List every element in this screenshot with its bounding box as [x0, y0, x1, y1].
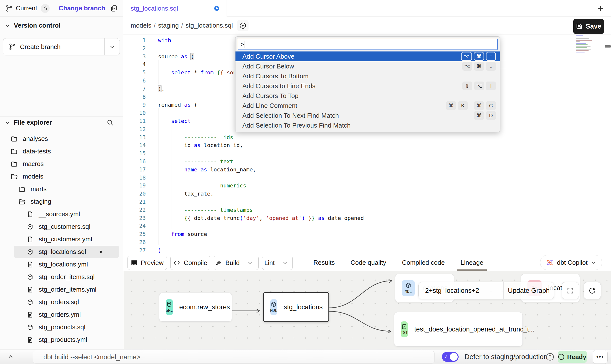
graph-selector-input[interactable]: 2+stg_locations+2: [419, 282, 503, 299]
preview-button[interactable]: Preview: [127, 256, 167, 270]
build-button[interactable]: Build: [214, 256, 259, 270]
file-item-stg-customers-sql[interactable]: stg_customers.sql: [0, 220, 123, 233]
file-item-stg-customers-yml[interactable]: stg_customers.yml: [0, 233, 123, 246]
palette-item-add-cursors-to-line-ends[interactable]: Add Cursors to Line Ends⇧⌥I: [235, 81, 500, 91]
palette-item-label: Add Cursor Above: [242, 53, 294, 60]
tab-compiled-code[interactable]: Compiled code: [402, 254, 445, 271]
line-number: 20: [124, 191, 146, 197]
breadcrumb-row: models/staging/stg_locations.sql: [123, 17, 611, 34]
model-cube-icon: [27, 274, 33, 280]
save-label: Save: [586, 23, 601, 30]
build-dropdown[interactable]: [243, 256, 257, 270]
file-item-data-tests[interactable]: data-tests: [0, 145, 123, 158]
lint-button[interactable]: Lint: [262, 256, 293, 270]
line-number: 1: [124, 37, 146, 43]
tab-results[interactable]: Results: [313, 254, 335, 271]
file-item-stg-order-items-yml[interactable]: stg_order_items.yml: [0, 283, 123, 296]
create-branch-main[interactable]: Create branch: [3, 38, 104, 55]
code-text: source as (: [158, 53, 194, 60]
file-item-stg-orders-yml[interactable]: stg_orders.yml: [0, 308, 123, 321]
toggle-knob: [450, 353, 458, 361]
file-item-models[interactable]: models: [0, 170, 123, 183]
command-palette: > Add Cursor Above⌥⌘↑Add Cursor Below⌥⌘↓…: [235, 36, 500, 132]
palette-item-add-cursor-above[interactable]: Add Cursor Above⌥⌘↑: [235, 51, 500, 61]
file-item-stg-locations-yml[interactable]: stg_locations.yml: [0, 258, 123, 271]
create-branch-button[interactable]: Create branch: [3, 38, 120, 55]
palette-item-add-cursors-to-bottom[interactable]: Add Cursors To Bottom: [235, 71, 500, 81]
file-item-marts[interactable]: marts: [0, 183, 123, 195]
file-item--sources-yml[interactable]: __sources.yml: [0, 208, 123, 220]
breadcrumb-segment[interactable]: staging: [158, 22, 179, 29]
copy-icon[interactable]: [110, 5, 118, 12]
file-item-analyses[interactable]: analyses: [0, 132, 123, 145]
file-item-label: staging: [31, 198, 51, 205]
lineage-node-source[interactable]: SRC ecom.raw_stores: [159, 293, 232, 322]
new-tab-button[interactable]: +: [597, 3, 604, 14]
compile-button[interactable]: Compile: [170, 256, 210, 270]
breadcrumb-segment[interactable]: models: [131, 22, 151, 29]
change-branch-link[interactable]: Change branch: [59, 4, 105, 12]
code-text: ---------- numerics: [158, 182, 246, 189]
file-item-stg-products-yml[interactable]: stg_products.yml: [0, 333, 123, 346]
lineage-node-test[interactable]: TST test_does_location_opened_at_trunc_t…: [394, 312, 523, 347]
command-input[interactable]: dbt build --select <model_name>: [33, 351, 435, 364]
palette-item-label: Add Cursors To Top: [242, 92, 298, 100]
model-cube-icon: [27, 249, 33, 255]
palette-item-add-line-comment[interactable]: Add Line Comment⌘K⌘C: [235, 101, 500, 111]
toolbar-divider: [304, 254, 304, 271]
test-badge-label: TST: [401, 330, 408, 335]
file-item-staging[interactable]: staging: [0, 195, 123, 208]
file-explorer-header[interactable]: File explorer: [5, 119, 118, 126]
dbt-copilot-button[interactable]: dbt Copilot: [540, 255, 602, 270]
key-chip: ⌘: [446, 101, 456, 110]
help-icon[interactable]: ?: [546, 353, 554, 361]
lineage-canvas[interactable]: SRC ecom.raw_stores MDL stg_locations MD…: [124, 271, 611, 349]
create-branch-dropdown[interactable]: [104, 38, 120, 55]
current-branch-label: Current: [16, 4, 37, 12]
code-line-20: 20 tax_rate,: [124, 190, 611, 198]
branch-bar: Current Change branch: [0, 0, 123, 17]
line-number: 4: [124, 61, 146, 67]
tab-stg-locations[interactable]: stg_locations.sql: [123, 0, 227, 17]
refresh-icon: [588, 287, 596, 295]
minimap[interactable]: [576, 35, 596, 53]
palette-item-add-cursor-below[interactable]: Add Cursor Below⌥⌘↓: [235, 61, 500, 71]
ready-status-badge[interactable]: Ready: [558, 351, 587, 363]
version-control-header[interactable]: Version control: [5, 22, 60, 29]
command-palette-input[interactable]: >: [238, 39, 498, 50]
refresh-button[interactable]: [584, 282, 601, 299]
tab-code-quality[interactable]: Code quality: [351, 254, 386, 271]
table-icon: [131, 260, 137, 266]
folder-icon: [11, 161, 18, 167]
palette-item-add-cursors-to-top[interactable]: Add Cursors To Top: [235, 91, 500, 101]
code-text: select: [158, 118, 191, 124]
file-item-stg-order-items-sql[interactable]: stg_order_items.sql: [0, 271, 123, 283]
search-icon[interactable]: [107, 119, 114, 126]
chevron-up-icon[interactable]: [7, 354, 14, 360]
file-item-stg-locations-sql[interactable]: stg_locations.sql: [0, 246, 123, 258]
lint-dropdown[interactable]: [278, 256, 292, 270]
palette-item-add-selection-to-previous-find-match[interactable]: Add Selection To Previous Find Match: [235, 120, 500, 130]
source-node-label: ecom.raw_stores: [179, 303, 230, 311]
update-graph-button[interactable]: Update Graph: [503, 282, 554, 299]
lineage-node-stg-locations[interactable]: MDL stg_locations: [263, 292, 329, 322]
editor-scrollbar-thumb[interactable]: [605, 45, 611, 48]
defer-toggle[interactable]: ✓: [442, 352, 459, 362]
text-cursor: [245, 41, 245, 48]
breadcrumb-segment[interactable]: stg_locations.sql: [185, 22, 233, 29]
file-item-stg-orders-sql[interactable]: stg_orders.sql: [0, 296, 123, 308]
file-item-icon-wrap: [10, 135, 18, 142]
compass-button[interactable]: [237, 20, 249, 31]
code-line-15: 15: [124, 149, 611, 157]
palette-item-add-selection-to-next-find-match[interactable]: Add Selection To Next Find Match⌘D: [235, 111, 500, 120]
file-icon: [27, 236, 33, 243]
file-item-stg-products-sql[interactable]: stg_products.sql: [0, 321, 123, 333]
save-button[interactable]: Save: [573, 19, 604, 34]
fullscreen-button[interactable]: [562, 282, 579, 299]
model-badge: MDL: [402, 280, 415, 296]
tab-lineage[interactable]: Lineage: [461, 254, 484, 271]
file-item-highlight: [14, 183, 119, 195]
line-number: 15: [124, 150, 146, 156]
file-item-macros[interactable]: macros: [0, 158, 123, 170]
more-options-button[interactable]: •••: [593, 350, 608, 364]
